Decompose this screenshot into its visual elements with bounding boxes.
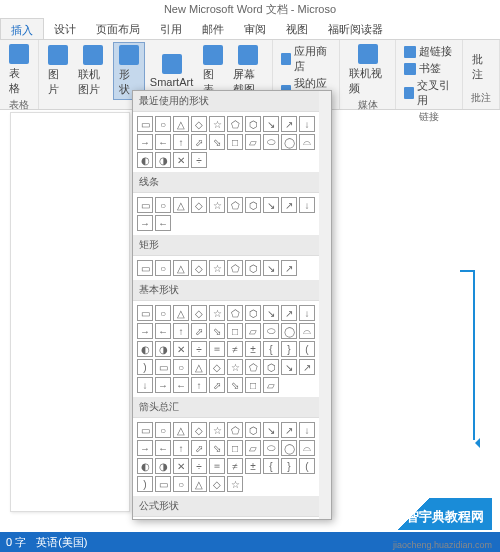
shape-item[interactable]: ⬡ bbox=[245, 305, 261, 321]
shape-item[interactable]: △ bbox=[173, 116, 189, 132]
shape-item[interactable]: ) bbox=[137, 359, 153, 375]
shape-item[interactable]: ⬀ bbox=[209, 377, 225, 393]
shape-item[interactable]: ▭ bbox=[137, 422, 153, 438]
shape-item[interactable]: ⬡ bbox=[245, 260, 261, 276]
shape-item[interactable]: ☆ bbox=[227, 359, 243, 375]
shape-item[interactable]: ↓ bbox=[299, 305, 315, 321]
shape-item[interactable]: ⬠ bbox=[227, 305, 243, 321]
shape-item[interactable]: ○ bbox=[155, 422, 171, 438]
shape-item[interactable]: ◐ bbox=[137, 458, 153, 474]
btn-video[interactable]: 联机视频 bbox=[344, 42, 391, 98]
tab-insert[interactable]: 插入 bbox=[0, 18, 44, 39]
shape-item[interactable]: ◇ bbox=[209, 476, 225, 492]
shape-item[interactable]: ◇ bbox=[191, 260, 207, 276]
shape-item[interactable]: ↑ bbox=[173, 134, 189, 150]
shape-item[interactable]: ◑ bbox=[155, 152, 171, 168]
tab-design[interactable]: 设计 bbox=[44, 18, 86, 39]
shape-item[interactable]: ▭ bbox=[155, 476, 171, 492]
shape-item[interactable]: ◇ bbox=[191, 116, 207, 132]
shape-item[interactable]: → bbox=[137, 134, 153, 150]
shape-item[interactable]: ← bbox=[173, 377, 189, 393]
shape-item[interactable]: { bbox=[263, 341, 279, 357]
shape-item[interactable]: ▱ bbox=[245, 440, 261, 456]
shape-item[interactable]: ↗ bbox=[299, 359, 315, 375]
shape-item[interactable]: ○ bbox=[155, 305, 171, 321]
btn-table[interactable]: 表格 bbox=[4, 42, 34, 98]
shape-item[interactable]: △ bbox=[191, 359, 207, 375]
shape-item[interactable]: ÷ bbox=[191, 341, 207, 357]
shape-item[interactable]: ↘ bbox=[263, 422, 279, 438]
shape-item[interactable]: ◐ bbox=[137, 341, 153, 357]
shape-item[interactable]: → bbox=[155, 377, 171, 393]
shape-item[interactable]: □ bbox=[227, 323, 243, 339]
shape-item[interactable]: ↘ bbox=[263, 197, 279, 213]
shape-item[interactable]: ↗ bbox=[281, 422, 297, 438]
shape-item[interactable]: ▭ bbox=[155, 359, 171, 375]
shape-item[interactable]: ○ bbox=[173, 476, 189, 492]
shape-item[interactable]: ⬀ bbox=[191, 440, 207, 456]
shape-item[interactable]: ± bbox=[245, 458, 261, 474]
shape-item[interactable]: ○ bbox=[155, 260, 171, 276]
tab-foxit[interactable]: 福昕阅读器 bbox=[318, 18, 393, 39]
btn-store[interactable]: 应用商店 bbox=[281, 44, 331, 74]
shape-item[interactable]: ← bbox=[155, 134, 171, 150]
shape-item[interactable]: { bbox=[263, 458, 279, 474]
shape-item[interactable]: □ bbox=[227, 134, 243, 150]
btn-bookmark[interactable]: 书签 bbox=[404, 61, 454, 76]
scrollbar[interactable] bbox=[319, 91, 331, 519]
shape-item[interactable]: ◯ bbox=[281, 134, 297, 150]
shape-item[interactable]: ⬠ bbox=[245, 359, 261, 375]
tab-layout[interactable]: 页面布局 bbox=[86, 18, 150, 39]
tab-references[interactable]: 引用 bbox=[150, 18, 192, 39]
shape-item[interactable]: ↓ bbox=[299, 116, 315, 132]
shape-item[interactable]: ☆ bbox=[209, 197, 225, 213]
shape-item[interactable]: ↓ bbox=[299, 422, 315, 438]
shape-item[interactable]: ◇ bbox=[209, 359, 225, 375]
shape-item[interactable]: ± bbox=[245, 341, 261, 357]
shape-item[interactable]: ↑ bbox=[173, 440, 189, 456]
shape-item[interactable]: ↗ bbox=[281, 305, 297, 321]
shape-item[interactable]: ⬭ bbox=[263, 134, 279, 150]
shape-item[interactable]: ▭ bbox=[137, 116, 153, 132]
shape-item[interactable]: ☆ bbox=[209, 305, 225, 321]
shape-item[interactable]: ⬡ bbox=[245, 116, 261, 132]
shape-item[interactable]: ▱ bbox=[245, 323, 261, 339]
shape-item[interactable]: ↗ bbox=[281, 197, 297, 213]
tab-review[interactable]: 审阅 bbox=[234, 18, 276, 39]
shape-item[interactable]: ↘ bbox=[263, 305, 279, 321]
shape-item[interactable]: ( bbox=[299, 341, 315, 357]
shape-item[interactable]: ≠ bbox=[227, 341, 243, 357]
shape-item[interactable]: ⬠ bbox=[227, 197, 243, 213]
btn-smartart[interactable]: SmartArt bbox=[145, 52, 198, 90]
shape-item[interactable]: → bbox=[137, 323, 153, 339]
btn-picture[interactable]: 图片 bbox=[43, 43, 73, 99]
language[interactable]: 英语(美国) bbox=[36, 535, 87, 550]
shape-item[interactable]: ← bbox=[155, 440, 171, 456]
shape-item[interactable]: ⌓ bbox=[299, 134, 315, 150]
shape-item[interactable]: ⬠ bbox=[227, 116, 243, 132]
shape-item[interactable]: ↗ bbox=[281, 116, 297, 132]
tab-view[interactable]: 视图 bbox=[276, 18, 318, 39]
shape-item[interactable]: ⬀ bbox=[191, 134, 207, 150]
shape-item[interactable]: □ bbox=[245, 377, 261, 393]
shape-item[interactable]: ✕ bbox=[173, 458, 189, 474]
shape-item[interactable]: ⬡ bbox=[245, 422, 261, 438]
shape-item[interactable]: ) bbox=[137, 476, 153, 492]
shape-item[interactable]: ← bbox=[155, 215, 171, 231]
shape-item[interactable]: ☆ bbox=[209, 260, 225, 276]
word-count[interactable]: 0 字 bbox=[6, 535, 26, 550]
shape-item[interactable]: ⬡ bbox=[263, 359, 279, 375]
shape-item[interactable]: ▭ bbox=[137, 305, 153, 321]
shape-item[interactable]: ▭ bbox=[137, 197, 153, 213]
shape-item[interactable]: ✕ bbox=[173, 341, 189, 357]
shape-item[interactable]: △ bbox=[173, 260, 189, 276]
shape-item[interactable]: ▱ bbox=[245, 134, 261, 150]
shape-item[interactable]: ◇ bbox=[191, 197, 207, 213]
shape-item[interactable]: ↗ bbox=[281, 260, 297, 276]
shape-item[interactable]: ⌓ bbox=[299, 440, 315, 456]
shape-item[interactable]: ◐ bbox=[137, 152, 153, 168]
shape-item[interactable]: ÷ bbox=[191, 458, 207, 474]
shape-item[interactable]: ↘ bbox=[263, 260, 279, 276]
shape-item[interactable]: ÷ bbox=[191, 152, 207, 168]
shape-item[interactable]: ○ bbox=[155, 197, 171, 213]
